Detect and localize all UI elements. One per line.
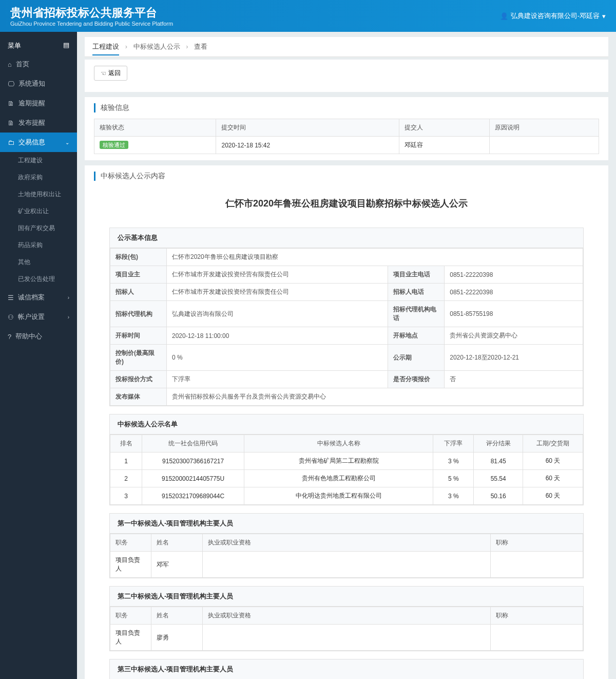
home-icon: ⌂ <box>8 61 12 68</box>
chevron-down-icon: ⌄ <box>65 140 69 145</box>
verify-panel-title: 核验信息 <box>94 103 599 112</box>
sidebar-menu-label: 菜单 ▤ <box>0 37 77 54</box>
main-content: 工程建设 › 中标候选人公示 › 查看 ☜返回 核验信息 核验状态 提交时间 提… <box>77 32 616 679</box>
table-row: 291520000214405775U贵州有色地质工程勘察公司5 %55.546… <box>110 470 583 487</box>
doc-icon: 🗎 <box>8 100 14 107</box>
table-row: 项目负责人廖勇 <box>110 625 583 651</box>
breadcrumb-a[interactable]: 工程建设 <box>92 43 119 55</box>
content-panel-title: 中标候选人公示内容 <box>94 172 599 181</box>
sidebar-sub-mining[interactable]: 矿业权出让 <box>0 203 77 220</box>
help-icon: ? <box>8 333 11 341</box>
platform-title-cn: 贵州省招标投标公共服务平台 <box>10 5 173 21</box>
breadcrumb-b[interactable]: 中标候选人公示 <box>133 43 180 50</box>
sidebar-sub-published[interactable]: 已发公告处理 <box>0 271 77 288</box>
verify-th-submitter: 提交人 <box>399 119 490 137</box>
folder-icon: 🗀 <box>8 139 14 146</box>
menu-collapse-icon[interactable]: ▤ <box>63 41 69 50</box>
sidebar-sub-other[interactable]: 其他 <box>0 254 77 271</box>
sidebar-sub-land[interactable]: 土地使用权出让 <box>0 186 77 203</box>
basic-info-table: 标段(包)仁怀市2020年鲁班公租房建设项目勘察 项目业主仁怀市城市开发建设投资… <box>110 248 583 406</box>
staff2-title: 第二中标候选人-项目管理机构主要人员 <box>110 587 583 607</box>
verify-th-time: 提交时间 <box>216 119 399 137</box>
chevron-down-icon: ▾ <box>602 12 606 20</box>
sidebar-sub-state[interactable]: 国有产权交易 <box>0 220 77 237</box>
verify-th-reason: 原因说明 <box>490 119 599 137</box>
table-row: 项目负责人邓军 <box>110 552 583 578</box>
candidates-table: 排名 统一社会信用代码 中标候选人名称 下浮率 评分结果 工期/交货期 1915… <box>110 435 583 505</box>
sidebar: 菜单 ▤ ⌂首页 🖵系统通知 🗎逾期提醒 🗎发布提醒 🗀交易信息⌄ 工程建设 政… <box>0 32 77 679</box>
chevron-right-icon: › <box>68 314 69 320</box>
list-icon: ☰ <box>8 294 14 301</box>
hand-icon: ☜ <box>101 70 106 77</box>
announcement-title: 仁怀市2020年鲁班公租房建设项目勘察招标中标候选人公示 <box>94 187 599 220</box>
top-header: 贵州省招标投标公共服务平台 GuiZhou Province Tendering… <box>0 0 616 32</box>
breadcrumb-c: 查看 <box>194 43 207 50</box>
sidebar-item-credit[interactable]: ☰诚信档案› <box>0 288 77 307</box>
platform-title-en: GuiZhou Province Tendering and Bidding P… <box>10 21 173 27</box>
sidebar-item-home[interactable]: ⌂首页 <box>0 54 77 74</box>
table-row: 391520321709689044C中化明达贵州地质工程有限公司3 %50.1… <box>110 487 583 505</box>
basic-info-title: 公示基本信息 <box>110 228 583 248</box>
return-button[interactable]: ☜返回 <box>94 66 127 81</box>
sidebar-item-notice[interactable]: 🖵系统通知 <box>0 74 77 93</box>
user-icon: ⚇ <box>8 313 14 321</box>
verify-th-status: 核验状态 <box>94 119 216 137</box>
chevron-right-icon: › <box>68 295 69 300</box>
staff3-title: 第三中标候选人-项目管理机构主要人员 <box>110 659 583 679</box>
table-row: 1915203007366167217贵州省地矿局第二工程勘察院3 %81.45… <box>110 452 583 470</box>
sidebar-sub-drug[interactable]: 药品采购 <box>0 237 77 254</box>
candidates-title: 中标候选人公示名单 <box>110 414 583 435</box>
sidebar-sub-gov[interactable]: 政府采购 <box>0 169 77 186</box>
status-badge: 核验通过 <box>100 141 128 149</box>
table-row: 核验通过 2020-12-18 15:42 邓廷容 <box>94 137 599 154</box>
sidebar-item-publish[interactable]: 🗎发布提醒 <box>0 113 77 133</box>
breadcrumb: 工程建设 › 中标候选人公示 › 查看 <box>85 37 608 57</box>
doc-icon: 🗎 <box>8 119 14 127</box>
sidebar-item-trade[interactable]: 🗀交易信息⌄ <box>0 133 77 152</box>
user-name: 弘典建设咨询有限公司-邓廷容 <box>511 11 600 21</box>
monitor-icon: 🖵 <box>8 80 14 88</box>
verify-table: 核验状态 提交时间 提交人 原因说明 核验通过 2020-12-18 15:42… <box>94 119 599 154</box>
sidebar-item-overdue[interactable]: 🗎逾期提醒 <box>0 93 77 113</box>
user-icon: 👤 <box>500 12 508 20</box>
user-display[interactable]: 👤 弘典建设咨询有限公司-邓廷容 ▾ <box>500 11 606 21</box>
staff1-title: 第一中标候选人-项目管理机构主要人员 <box>110 514 583 534</box>
sidebar-item-account[interactable]: ⚇帐户设置› <box>0 307 77 327</box>
sidebar-sub-construction[interactable]: 工程建设 <box>0 152 77 169</box>
sidebar-item-help[interactable]: ?帮助中心 <box>0 327 77 346</box>
